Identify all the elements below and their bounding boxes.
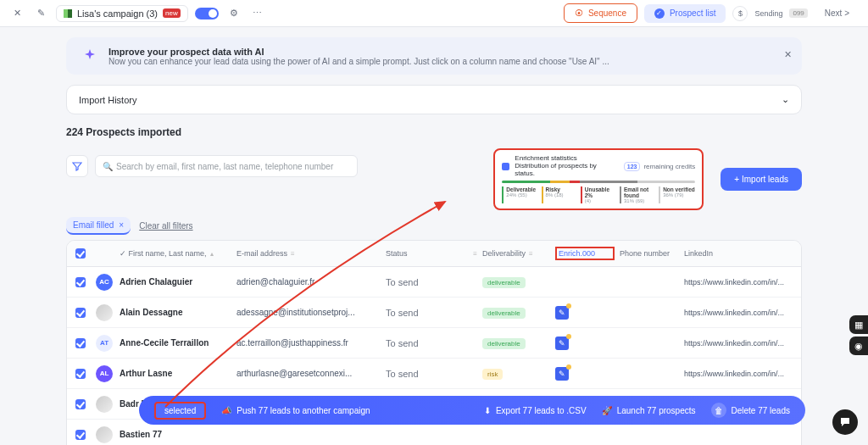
discord-icon[interactable]: ◉ <box>849 337 868 355</box>
sort-icon[interactable]: ≡ <box>473 250 477 258</box>
prospect-name[interactable]: Bastien 77 <box>120 430 231 439</box>
prospect-email: adrien@chalaguier.fr <box>236 277 381 286</box>
col-status[interactable]: Status <box>386 249 408 258</box>
next-button[interactable]: Next > <box>815 4 860 22</box>
col-enrich[interactable]: Enrich.000 <box>559 249 595 258</box>
stat-col: Email not found31% (69) <box>620 186 656 203</box>
col-linkedin[interactable]: LinkedIn <box>684 249 713 258</box>
more-icon[interactable]: ⋯ <box>249 5 266 22</box>
export-csv-button[interactable]: ⬇Export 77 leads to .CSV <box>484 406 587 415</box>
import-leads-button[interactable]: + Import leads <box>721 168 802 191</box>
side-widgets: ▦ ◉ <box>849 315 868 355</box>
clear-filters-link[interactable]: Clear all filters <box>139 221 192 231</box>
avatar <box>96 396 113 413</box>
credits-icon[interactable]: $ <box>732 6 748 21</box>
sequence-icon: ⦿ <box>575 8 583 18</box>
enrichment-stats-panel: Enrichment statistics Distribution of pr… <box>493 148 704 210</box>
sparkle-icon <box>80 46 100 66</box>
export-label: Export 77 leads to .CSV <box>496 406 587 415</box>
deliverability-badge: deliverable <box>482 338 526 349</box>
filter-chip-email-filled[interactable]: Email filled × <box>66 217 131 235</box>
deliverability-badge: deliverable <box>482 277 526 288</box>
deliverability-cell: deliverable <box>482 338 550 348</box>
table-row: Alain Dessagne adessagne@institutionsetp… <box>67 298 801 328</box>
prospect-name[interactable]: Anne-Cecile Terraillon <box>120 338 231 348</box>
prospect-name[interactable]: Arthur Lasne <box>120 369 231 378</box>
linkedin-link[interactable]: https://www.linkedin.com/in/... <box>684 339 802 348</box>
launch-prospects-button[interactable]: 🚀Launch 77 prospects <box>602 406 696 415</box>
col-name[interactable]: ✓ First name, Last name, <box>120 249 207 258</box>
gear-icon[interactable]: ⚙ <box>225 5 242 22</box>
prospect-name[interactable]: Alain Dessagne <box>120 308 231 317</box>
rocket-icon: 🚀 <box>602 406 612 415</box>
avatar <box>96 426 113 443</box>
avatar: AT <box>96 335 113 352</box>
campaign-name: Lisa's campaign (3) <box>77 8 158 19</box>
prospect-name[interactable]: Adrien Chalaguier <box>120 277 231 286</box>
stats-title: Enrichment statistics Distribution of pr… <box>515 155 599 177</box>
col-phone[interactable]: Phone number <box>620 249 670 258</box>
linkedin-link[interactable]: https://www.linkedin.com/in/... <box>684 278 802 286</box>
row-checkbox[interactable] <box>75 399 86 409</box>
campaign-toggle[interactable] <box>195 8 219 19</box>
row-checkbox[interactable] <box>75 430 86 440</box>
push-to-campaign-button[interactable]: 📣Push 77 leads to another campaign <box>221 406 370 415</box>
deliverability-cell: deliverable <box>482 308 550 317</box>
avatar <box>96 304 113 321</box>
prospect-email: arthurlasne@garesetconnexi... <box>236 369 381 378</box>
delete-leads-button[interactable]: 🗑Delete 77 leads <box>711 403 791 418</box>
prospect-list-button[interactable]: ✓ Prospect list <box>644 4 726 23</box>
filter-icon[interactable] <box>66 155 88 177</box>
linkedin-link[interactable]: https://www.linkedin.com/in/... <box>684 370 802 378</box>
sequence-button[interactable]: ⦿ Sequence <box>564 3 637 23</box>
row-checkbox[interactable] <box>75 369 86 379</box>
sort-icon[interactable]: ▴ <box>210 250 214 258</box>
banner-title: Improve your prospect data with AI <box>108 47 609 57</box>
stat-col: Unusable 2%(4) <box>581 186 617 203</box>
ai-banner: Improve your prospect data with AI Now y… <box>66 37 802 75</box>
search-input[interactable]: 🔍 Search by email, first name, last name… <box>95 155 358 177</box>
delete-label: Delete 77 leads <box>732 406 791 415</box>
prospect-status: To send <box>386 277 477 287</box>
banner-close-icon[interactable]: ✕ <box>784 49 792 60</box>
enrich-cell: ✎ <box>555 306 615 320</box>
sort-icon[interactable]: ≡ <box>291 250 295 258</box>
col-deliverability[interactable]: Deliverability <box>482 249 526 258</box>
magic-icon[interactable]: ✎ <box>32 5 49 22</box>
row-checkbox[interactable] <box>75 308 86 318</box>
table-header: ✓ First name, Last name,▴ E-mail address… <box>67 241 801 267</box>
credits-label: remaining credits <box>643 163 695 170</box>
close-icon[interactable]: ✕ <box>8 5 25 22</box>
import-history-accordion[interactable]: Import History ⌄ <box>66 85 802 114</box>
credits-count: 123 <box>624 162 641 171</box>
launch-label: Launch 77 prospects <box>617 406 696 415</box>
row-checkbox[interactable] <box>75 338 86 348</box>
megaphone-icon: 📣 <box>221 406 231 415</box>
col-email[interactable]: E-mail address <box>236 249 287 258</box>
stats-bar <box>502 181 695 183</box>
grid-icon[interactable]: ▦ <box>849 315 868 334</box>
campaign-selector[interactable]: Lisa's campaign (3) new <box>56 5 188 22</box>
enrich-icon[interactable]: ✎ <box>555 367 569 381</box>
prospect-email: ac.terraillon@justhappiness.fr <box>236 338 381 348</box>
help-chat-icon[interactable] <box>832 409 858 435</box>
linkedin-link[interactable]: https://www.linkedin.com/in/... <box>684 309 802 317</box>
sending-label: Sending <box>754 9 782 18</box>
prospect-list-label: Prospect list <box>670 8 715 18</box>
select-all-checkbox[interactable] <box>75 248 86 259</box>
push-label: Push 77 leads to another campaign <box>236 406 370 415</box>
stat-col: Deliverable24% (55) <box>502 186 538 203</box>
deliverability-cell: risk <box>482 369 550 378</box>
enrich-cell: ✎ <box>555 367 615 381</box>
prospect-status: To send <box>386 369 477 379</box>
sort-icon[interactable]: ≡ <box>529 250 533 258</box>
selected-count: selected <box>154 402 206 420</box>
row-checkbox[interactable] <box>75 277 86 287</box>
chip-close-icon[interactable]: × <box>119 220 124 230</box>
enrich-icon[interactable]: ✎ <box>555 306 569 320</box>
search-icon: 🔍 <box>103 162 113 171</box>
stat-col: Non verified36% (79) <box>659 186 695 203</box>
stats-icon <box>502 163 509 170</box>
enrich-icon[interactable]: ✎ <box>555 337 569 350</box>
banner-body: Now you can enhance your lead data using… <box>108 57 609 66</box>
